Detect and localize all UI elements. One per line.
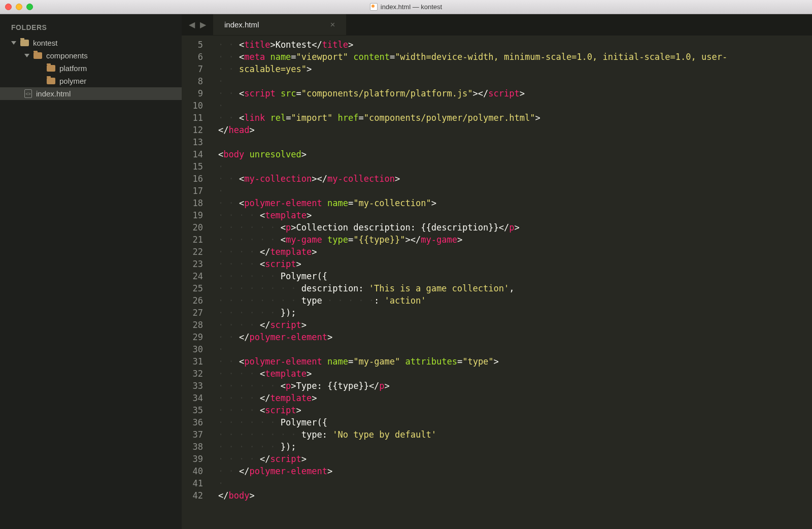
code-line[interactable]: · · · · </template>	[218, 392, 727, 404]
editor-area: ◀ ▶ index.html × 56789101112131415161718…	[182, 14, 812, 529]
window-title: index.html — kontest	[0, 3, 812, 11]
line-number: 7	[182, 63, 203, 75]
chevron-down-icon	[11, 41, 16, 45]
code-line[interactable]: ·	[218, 160, 727, 173]
tree-item-label: index.html	[36, 89, 71, 98]
code-line[interactable]: ·	[218, 75, 727, 87]
code-line[interactable]: · · · · · · · · description: 'This is a …	[218, 282, 727, 294]
tree-item-label: platform	[59, 64, 87, 73]
line-number: 15	[182, 160, 203, 173]
line-number: 21	[182, 234, 203, 246]
code-line[interactable]: · · · · · · });	[218, 307, 727, 319]
code-line[interactable]	[218, 136, 727, 148]
line-number: 19	[182, 209, 203, 221]
code-line[interactable]: · · </polymer-element>	[218, 331, 727, 343]
line-number: 29	[182, 331, 203, 343]
code-line[interactable]: · · · · <template>	[218, 209, 727, 221]
code-line[interactable]: · · · · <script>	[218, 258, 727, 270]
tab-active[interactable]: index.html ×	[213, 14, 347, 35]
title-bar: index.html — kontest	[0, 0, 812, 14]
code-line[interactable]: · · · · · · <my-game type="{{type}}"></m…	[218, 234, 727, 246]
line-number: 38	[182, 441, 203, 453]
folder-row[interactable]: kontest	[0, 37, 182, 49]
code-line[interactable]: · · · · · · Polymer({	[218, 270, 727, 282]
line-number: 36	[182, 416, 203, 428]
line-number: 30	[182, 343, 203, 355]
html-file-icon: <>	[24, 89, 32, 98]
line-number: 39	[182, 453, 203, 465]
code-line[interactable]: · · · · · · });	[218, 441, 727, 453]
code-line[interactable]: · · <my-collection></my-collection>	[218, 173, 727, 185]
tab-nav-arrows: ◀ ▶	[182, 14, 213, 35]
code-line[interactable]: · · · · · · Polymer({	[218, 416, 727, 428]
tree-item-label: components	[46, 51, 88, 60]
code-line[interactable]: · · <link rel="import" href="components/…	[218, 112, 727, 124]
code-line[interactable]	[218, 502, 727, 514]
code-line[interactable]: ·	[218, 185, 727, 197]
line-number: 16	[182, 173, 203, 185]
sidebar[interactable]: FOLDERS kontestcomponentsplatformpolymer…	[0, 14, 182, 529]
code-line[interactable]: · · · · · · <p>Type: {{type}}</p>	[218, 380, 727, 392]
code-editor[interactable]: 5678910111213141516171819202122232425262…	[182, 36, 812, 529]
code-line[interactable]: · · </polymer-element>	[218, 465, 727, 477]
code-line[interactable]: ·	[218, 343, 727, 355]
zoom-window-button[interactable]	[26, 4, 33, 10]
code-lines[interactable]: · · <title>Kontest</title>· · <meta name…	[210, 36, 727, 529]
code-line[interactable]: · · scalable=yes">	[218, 63, 727, 75]
line-number: 28	[182, 319, 203, 331]
tab-close-icon[interactable]: ×	[330, 20, 335, 30]
code-line[interactable]: · · · · · · · · type: 'No type by defaul…	[218, 428, 727, 441]
tab-next-icon[interactable]: ▶	[200, 20, 206, 29]
code-line[interactable]: </body>	[218, 489, 727, 502]
folder-icon	[47, 78, 55, 84]
line-number: 18	[182, 197, 203, 209]
code-line[interactable]: · · <polymer-element name="my-collection…	[218, 197, 727, 209]
code-line[interactable]: · · · · · · <p>Collection description: {…	[218, 221, 727, 234]
line-number: 34	[182, 392, 203, 404]
close-window-button[interactable]	[5, 4, 12, 10]
window-title-text: index.html — kontest	[381, 3, 442, 11]
code-line[interactable]: <body unresolved>	[218, 148, 727, 160]
line-number: 17	[182, 185, 203, 197]
folder-row[interactable]: components	[0, 49, 182, 62]
line-number: 37	[182, 428, 203, 441]
code-line[interactable]: · · · · · · · · type · · · · ·: 'action'	[218, 294, 727, 307]
tree-item-label: polymer	[59, 77, 86, 85]
code-line[interactable]: ·	[218, 477, 727, 489]
code-line[interactable]: · · · · </script>	[218, 319, 727, 331]
line-number: 25	[182, 282, 203, 294]
sidebar-header: FOLDERS	[0, 23, 182, 37]
code-line[interactable]: </head>	[218, 124, 727, 136]
code-line[interactable]: · · <title>Kontest</title>	[218, 39, 727, 51]
line-number: 8	[182, 75, 203, 87]
line-number: 42	[182, 489, 203, 502]
line-number: 33	[182, 380, 203, 392]
code-line[interactable]: · · · · <template>	[218, 368, 727, 380]
line-number: 9	[182, 87, 203, 100]
tree-item-label: kontest	[33, 39, 57, 47]
tab-bar: ◀ ▶ index.html ×	[182, 14, 812, 36]
line-number: 41	[182, 477, 203, 489]
line-number: 40	[182, 465, 203, 477]
code-line[interactable]: · · · · </template>	[218, 246, 727, 258]
folder-icon	[20, 40, 29, 46]
line-number: 14	[182, 148, 203, 160]
code-line[interactable]: · · <polymer-element name="my-game" attr…	[218, 355, 727, 368]
file-row[interactable]: <>index.html	[0, 87, 182, 100]
folder-icon	[47, 65, 55, 72]
file-tree[interactable]: kontestcomponentsplatformpolymer<>index.…	[0, 37, 182, 100]
folder-row[interactable]: platform	[0, 62, 182, 75]
folder-row[interactable]: polymer	[0, 75, 182, 87]
line-number: 24	[182, 270, 203, 282]
line-number: 10	[182, 100, 203, 112]
code-line[interactable]: · · · · <script>	[218, 404, 727, 416]
minimize-window-button[interactable]	[16, 4, 22, 10]
code-line[interactable]: · · <meta name="viewport" content="width…	[218, 51, 727, 63]
code-line[interactable]: · · · · </script>	[218, 453, 727, 465]
tab-prev-icon[interactable]: ◀	[189, 20, 195, 29]
code-line[interactable]: ·	[218, 100, 727, 112]
line-number-gutter: 5678910111213141516171819202122232425262…	[182, 36, 210, 529]
line-number: 13	[182, 136, 203, 148]
file-icon	[370, 3, 378, 11]
code-line[interactable]: · · <script src="components/platform/pla…	[218, 87, 727, 100]
